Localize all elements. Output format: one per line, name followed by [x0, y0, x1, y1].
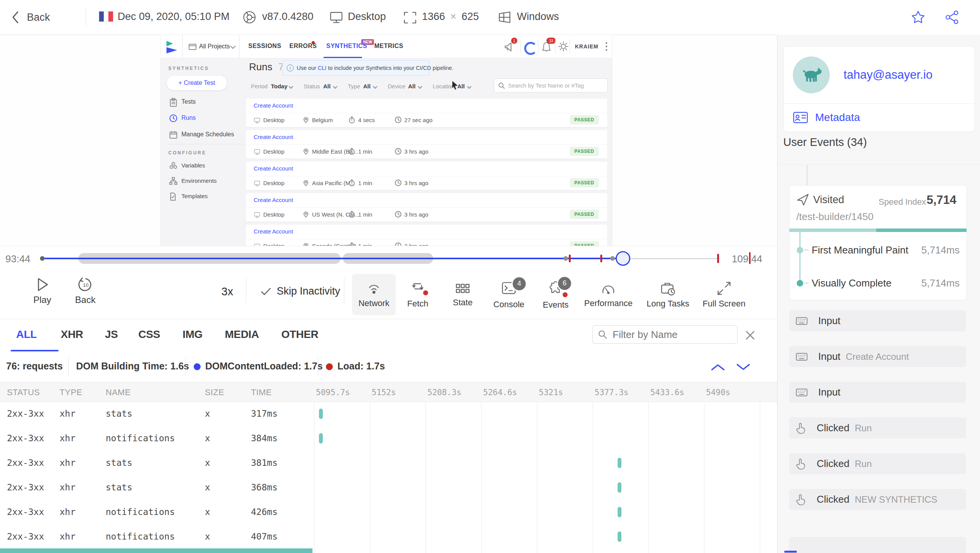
event-card-clicked[interactable]: ClickedRun: [789, 453, 966, 474]
panel-button-console[interactable]: 4 Console: [487, 274, 531, 315]
play-button[interactable]: Play: [27, 276, 58, 305]
tab-css[interactable]: CSS: [138, 328, 160, 341]
schedules-calendar-icon: [169, 131, 178, 139]
request-row[interactable]: 2xx-3xx xhr notifications x 426ms: [0, 500, 777, 524]
run-device: Desktop: [263, 117, 284, 123]
run-row: Create Account Desktop Asia Pacific (M..…: [246, 162, 607, 190]
timeline-remaining[interactable]: [623, 258, 719, 259]
run-location: Belgium: [312, 117, 333, 123]
run-ago: 3 hrs ago: [404, 243, 429, 246]
create-test-button: + Create Test: [167, 76, 227, 90]
tick: [804, 283, 809, 283]
back-10s-button[interactable]: 10 Back: [70, 276, 101, 305]
chevron-down-icon: [289, 86, 293, 89]
keyboard-icon: [795, 351, 808, 362]
filter-by-name-input[interactable]: [612, 328, 729, 341]
event-card-clicked[interactable]: ClickedRun: [789, 417, 966, 439]
tab-other[interactable]: OTHER: [281, 328, 319, 341]
tab-media[interactable]: MEDIA: [225, 328, 259, 341]
metadata-button[interactable]: Metadata: [793, 111, 860, 124]
divider: [538, 40, 538, 53]
request-row[interactable]: 2xx-3xx xhr stats x 317ms: [0, 401, 777, 426]
search-icon: [498, 82, 505, 89]
speed-toggle[interactable]: 3x: [221, 285, 233, 298]
cell-size: x: [205, 475, 210, 500]
run-name: Create Account: [254, 197, 293, 203]
panel-button-performance[interactable]: Performance: [581, 274, 635, 315]
event-marker[interactable]: [610, 256, 615, 261]
check-icon: [261, 287, 271, 296]
divider: [784, 103, 975, 104]
tab-img[interactable]: IMG: [183, 328, 203, 341]
time-col: 5095.7s: [316, 388, 350, 397]
sidebar-item-runs: Runs: [181, 114, 196, 121]
request-row[interactable]: 2xx-3xx xhr stats x 381ms: [0, 450, 777, 475]
issue-marker[interactable]: [600, 255, 602, 262]
panel-button-full-screen[interactable]: Full Screen: [698, 274, 750, 315]
waterfall-bar: [319, 433, 323, 444]
run-name: Create Account: [254, 102, 293, 109]
full-screen-icon: [716, 281, 732, 296]
back-button[interactable]: Back: [11, 9, 50, 25]
tab-js[interactable]: JS: [105, 328, 118, 341]
run-ago: 3 hrs ago: [404, 180, 429, 186]
horizontal-scrollbar[interactable]: [0, 548, 312, 553]
cell-name: notifications: [106, 524, 175, 549]
jump-prev-icon[interactable]: [710, 362, 726, 372]
run-name: Create Account: [254, 134, 293, 140]
share-icon[interactable]: [945, 10, 959, 25]
vc-label: Visually Complete: [812, 277, 892, 289]
event-card-clicked[interactable]: ClickedNEW SYNTHETICS: [789, 489, 966, 510]
run-status-badge: PASSED: [570, 178, 599, 187]
cell-time: 381ms: [251, 450, 277, 475]
event-card-input[interactable]: Input: [789, 382, 966, 403]
panel-button-long-tasks[interactable]: Long Tasks: [641, 274, 695, 315]
timeline-progress[interactable]: [42, 258, 623, 259]
divider: [68, 357, 69, 377]
panel-button-events[interactable]: 6 Events: [534, 274, 577, 315]
long-tasks-icon: [660, 281, 676, 296]
panel-button-network[interactable]: Network: [352, 274, 396, 315]
event-marker[interactable]: [563, 256, 568, 261]
event-card-partial[interactable]: [789, 537, 966, 553]
request-row[interactable]: 2xx-3xx xhr stats x 368ms: [0, 475, 777, 500]
replay-player-stage: All Projects SESSIONS ERRORS SYNTHETICS …: [0, 35, 777, 246]
id-card-icon: [793, 111, 808, 124]
replayed-page: All Projects SESSIONS ERRORS SYNTHETICS …: [161, 35, 612, 246]
skip-inactivity-toggle[interactable]: Skip Inactivity: [261, 285, 340, 297]
project-selector: All Projects: [199, 43, 230, 50]
favorite-star-icon[interactable]: [911, 10, 925, 25]
cell-type: xhr: [60, 450, 76, 475]
network-icon: [366, 281, 382, 296]
paint-progress-fill: [876, 228, 967, 232]
jump-next-icon[interactable]: [736, 362, 751, 372]
timeline-scrubber[interactable]: [616, 251, 630, 266]
close-panel-icon[interactable]: [745, 330, 756, 341]
event-card-input[interactable]: InputCreate Account: [789, 346, 966, 367]
user-email-link[interactable]: tahay@asayer.io: [844, 68, 932, 82]
notifications-badge: 33: [546, 38, 556, 44]
run-duration: 1 min: [358, 180, 372, 186]
chevron-down-icon: [333, 86, 337, 89]
visited-event-card[interactable]: Visited Speed Index 5,714 /test-builder/…: [789, 185, 967, 300]
request-row[interactable]: 2xx-3xx xhr notifications x 407ms: [0, 524, 777, 549]
chrome-icon: [242, 10, 257, 25]
dom-building-time: DOM Building Time: 1.6s: [76, 361, 189, 372]
request-row[interactable]: 2xx-3xx xhr notifications x 384ms: [0, 426, 777, 450]
variables-icon: [169, 162, 178, 169]
tab-xhr[interactable]: XHR: [61, 328, 83, 341]
click-hand-icon: [795, 422, 807, 434]
tab-all[interactable]: ALL: [16, 328, 37, 341]
panel-button-fetch[interactable]: Fetch: [397, 274, 439, 315]
cell-name: stats: [106, 401, 132, 426]
panel-button-state[interactable]: State: [442, 274, 484, 315]
cell-type: xhr: [60, 500, 76, 524]
event-card-input[interactable]: Input: [789, 310, 966, 331]
cell-status: 2xx-3xx: [7, 450, 44, 475]
navigate-icon: [796, 193, 809, 206]
divider: [182, 35, 183, 58]
sidebar-item-variables: Variables: [181, 162, 205, 169]
run-row: Create Account Desktop Canada (Central) …: [246, 225, 607, 246]
errors-dot: [312, 41, 315, 44]
issue-marker[interactable]: [569, 255, 571, 262]
